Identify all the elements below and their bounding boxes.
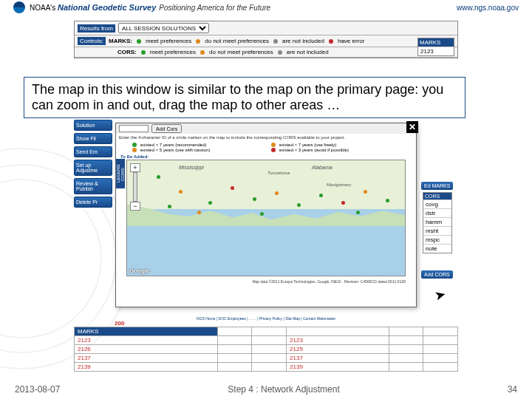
sidebar-item[interactable]: Solution bbox=[74, 120, 112, 131]
table-row: 21232123 bbox=[75, 336, 458, 345]
zoom-out-button[interactable]: − bbox=[130, 202, 140, 211]
slide-title: Step 4 : Network Adjustment bbox=[228, 384, 339, 395]
cors-meet: meet preferences bbox=[150, 49, 196, 55]
footer-links[interactable]: NGS Home | DOC Employees | …… | Privacy … bbox=[74, 316, 458, 321]
map-pin-icon[interactable] bbox=[364, 190, 367, 194]
sidebar-item[interactable]: Show Fil bbox=[74, 133, 112, 144]
marks-table: MARKS 21232123 21262125 21372137 2139213… bbox=[74, 327, 458, 372]
modal-hint: Enter the 4-character ID of a circle mar… bbox=[116, 134, 416, 141]
instruction-callout: The map in this window is similar to the… bbox=[24, 77, 466, 118]
marks-meet: meet preferences bbox=[146, 38, 191, 44]
marks-err: have error bbox=[338, 38, 364, 44]
dot-gray-icon bbox=[278, 50, 282, 55]
map-pin-icon[interactable] bbox=[208, 201, 212, 205]
dot-orange-icon bbox=[196, 39, 200, 44]
modal-topbar: Add Cors bbox=[116, 123, 416, 134]
cors-list-item[interactable]: dstr bbox=[423, 208, 451, 217]
main-panel: Results from ALL SESSION SOLUTIONS Contr… bbox=[74, 21, 458, 58]
map-pin-icon[interactable] bbox=[157, 175, 160, 179]
cors-list-item[interactable]: note bbox=[423, 244, 451, 253]
dot-red-icon bbox=[271, 148, 276, 152]
red-200-label: 200 bbox=[115, 320, 124, 327]
results-select[interactable]: ALL SESSION SOLUTIONS bbox=[118, 23, 209, 33]
map-pin-icon[interactable] bbox=[253, 197, 256, 201]
map-pin-icon[interactable] bbox=[297, 203, 301, 207]
table-header: MARKS bbox=[75, 327, 218, 336]
page-header: NOAA's National Geodetic Survey Position… bbox=[0, 0, 532, 15]
map-pin-icon[interactable] bbox=[341, 201, 345, 205]
cors-list-header: CORS bbox=[423, 193, 451, 200]
cors-list-item[interactable]: msht bbox=[423, 226, 451, 235]
map-pin-icon[interactable] bbox=[197, 211, 201, 214]
cors-label: CORS: bbox=[117, 49, 137, 55]
header-url: www.ngs.noaa.gov bbox=[457, 4, 519, 12]
results-row: Results from ALL SESSION SOLUTIONS bbox=[75, 21, 457, 35]
dot-green-icon bbox=[137, 39, 141, 44]
map-viewport[interactable]: Mississippi Alabama Tuscaloosa Montgomer… bbox=[126, 160, 406, 276]
google-logo-icon: Google bbox=[129, 267, 150, 274]
left-sidebar: Solution Show Fil Send Em Set up Adjustm… bbox=[74, 120, 112, 210]
cors-id-input[interactable] bbox=[119, 125, 149, 132]
dot-orange-icon bbox=[271, 143, 276, 147]
sidebar-item[interactable]: Send Em bbox=[74, 146, 112, 157]
cors-notmeet: do not meet preferences bbox=[209, 49, 273, 55]
cors-list: CORS covg dstr hamm msht mspc note bbox=[423, 192, 452, 253]
legend-item: existed < 3 years (avoid if possible) bbox=[279, 148, 349, 152]
cors-list-item[interactable]: mspc bbox=[423, 235, 451, 244]
table-row: 21372137 bbox=[75, 354, 458, 363]
add-cors-side-button[interactable]: Add CORS bbox=[421, 270, 453, 279]
dot-orange-icon bbox=[200, 50, 205, 55]
marks-label: MARKS: bbox=[109, 38, 132, 44]
slide-footer: 2013-08-07 Step 4 : Network Adjustment 3… bbox=[0, 384, 532, 395]
sidebar-item[interactable]: Delete Pr bbox=[74, 197, 112, 208]
legend-item: existed < 7 years (use freely) bbox=[279, 143, 336, 147]
map-label-al: Alabama bbox=[312, 165, 332, 170]
cursor-icon: ➤ bbox=[432, 285, 447, 304]
add-cors-button[interactable]: Add Cors bbox=[151, 124, 182, 133]
map-pin-icon[interactable] bbox=[231, 186, 234, 190]
map-label-tusc: Tuscaloosa bbox=[267, 171, 290, 175]
modal-footer-text: Map data ©2011 Europa Technologies, Goog… bbox=[116, 278, 416, 285]
map-pin-icon[interactable] bbox=[356, 211, 360, 214]
marks-notincl: are not included bbox=[282, 38, 324, 44]
header-title: National Geodetic Survey bbox=[58, 3, 156, 12]
zoom-in-button[interactable]: + bbox=[130, 163, 140, 172]
map-label-mont: Montgomery bbox=[327, 183, 351, 187]
header-tagline: Positioning America for the Future bbox=[159, 4, 270, 12]
map-pin-icon[interactable] bbox=[275, 191, 279, 195]
sidebar-item[interactable]: Review & Publish bbox=[74, 178, 112, 194]
table-row: 21392139 bbox=[75, 363, 458, 372]
marks-list-header: MARKS bbox=[418, 38, 454, 47]
map-label-ms: Mississippi bbox=[179, 165, 204, 170]
dot-green-icon bbox=[132, 143, 137, 147]
legend-item: existed > 7 years (recommended) bbox=[140, 143, 207, 147]
cors-list-item[interactable]: hamm bbox=[423, 217, 451, 226]
edit-marks-button[interactable]: Ed MARKS bbox=[421, 182, 453, 190]
results-label: Results from bbox=[78, 24, 115, 33]
map-pin-icon[interactable] bbox=[386, 199, 389, 202]
noaa-logo-icon bbox=[13, 1, 25, 13]
table-row: 21262125 bbox=[75, 345, 458, 354]
cors-legend-row: CORS: meet preferences do not meet prefe… bbox=[75, 47, 457, 58]
marks-notmeet: do not meet preferences bbox=[205, 38, 269, 44]
cors-list-item[interactable]: covg bbox=[423, 200, 451, 208]
dot-orange-icon bbox=[132, 148, 137, 152]
map-pin-icon[interactable] bbox=[179, 190, 183, 194]
zoom-slider[interactable] bbox=[133, 172, 137, 202]
map-pin-icon[interactable] bbox=[260, 212, 264, 216]
marks-list-item[interactable]: 2123 bbox=[418, 47, 454, 55]
marks-list: MARKS 2123 bbox=[417, 38, 454, 56]
header-org: NOAA's bbox=[30, 4, 55, 12]
controls-label: Controls: bbox=[78, 37, 106, 45]
map-pin-icon[interactable] bbox=[168, 205, 171, 208]
dot-gray-icon bbox=[273, 39, 278, 44]
slide-date: 2013-08-07 bbox=[15, 384, 60, 395]
map-pin-icon[interactable] bbox=[319, 194, 323, 197]
dot-green-icon bbox=[141, 50, 146, 55]
close-icon[interactable]: ✕ bbox=[406, 121, 418, 133]
legend-item: existed < 5 years (use with caution) bbox=[140, 148, 210, 152]
legend-label: LEGEND CORS: bbox=[116, 159, 125, 188]
sidebar-item[interactable]: Set up Adjustme bbox=[74, 160, 112, 176]
cors-notincl: are not included bbox=[287, 49, 329, 55]
marks-legend-row: Controls: MARKS: meet preferences do not… bbox=[75, 35, 457, 47]
